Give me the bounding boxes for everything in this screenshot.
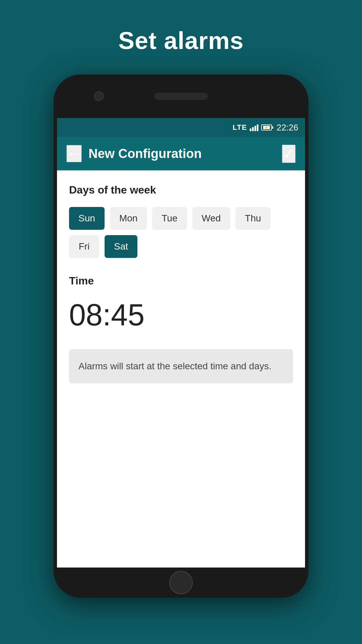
signal-strength-icon [250,124,258,131]
time-display[interactable]: 08:45 [69,298,293,332]
home-button[interactable] [169,571,193,594]
status-time: 22:26 [277,122,298,133]
status-bar-right: LTE ⚡ 22:26 [233,122,298,133]
battery-icon: ⚡ [261,124,272,130]
day-button-tue[interactable]: Tue [152,207,187,230]
app-bar-title: New Configuration [88,147,282,161]
time-section-label: Time [69,275,293,287]
day-button-fri[interactable]: Fri [69,235,99,258]
day-button-sun[interactable]: Sun [69,207,105,230]
lte-indicator: LTE [233,123,247,132]
phone-screen: LTE ⚡ 22:26 ← New Configuration ✓ [57,118,305,568]
page-title: Set alarms [118,27,244,54]
days-section-label: Days of the week [69,184,293,196]
phone-top-bezel [54,74,308,118]
main-content: Days of the week Sun Mon Tue Wed Thu Fri… [57,170,305,568]
day-button-wed[interactable]: Wed [192,207,230,230]
day-button-sat[interactable]: Sat [105,235,137,258]
confirm-button[interactable]: ✓ [282,145,296,163]
earpiece-speaker [154,93,208,100]
day-button-mon[interactable]: Mon [110,207,147,230]
info-text: Alarms will start at the selected time a… [78,361,272,371]
time-section: Time 08:45 [69,275,293,332]
back-button[interactable]: ← [66,145,82,162]
phone-shell: LTE ⚡ 22:26 ← New Configuration ✓ [54,74,308,598]
phone-bottom-bezel [54,568,308,598]
info-box: Alarms will start at the selected time a… [69,349,293,383]
app-bar: ← New Configuration ✓ [57,137,305,170]
days-row: Sun Mon Tue Wed Thu Fri Sat [69,207,293,258]
status-bar: LTE ⚡ 22:26 [57,118,305,137]
front-camera [94,91,104,101]
day-button-thu[interactable]: Thu [236,207,270,230]
